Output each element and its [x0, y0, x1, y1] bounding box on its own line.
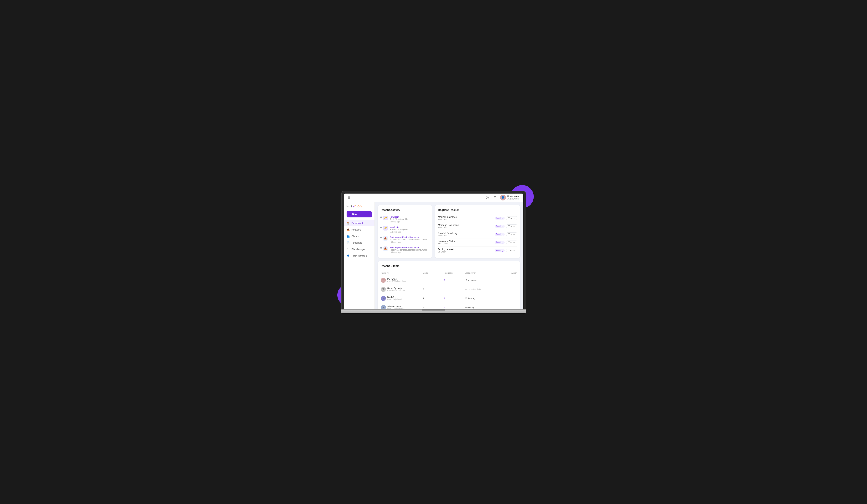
- sidebar-item-requests[interactable]: 📥 Requests: [344, 227, 374, 233]
- request-name-5: Testing request: [438, 248, 495, 251]
- activity-dot: [380, 237, 382, 238]
- client-requests-2[interactable]: 1: [443, 288, 464, 290]
- user-org: JG Law Office: [507, 198, 520, 200]
- view-button-5[interactable]: View →: [506, 249, 517, 252]
- activity-icon-send1: 📤: [383, 236, 388, 241]
- status-badge-1: Pending: [495, 217, 505, 219]
- activity-time-2: 15 hours ago: [390, 231, 429, 233]
- request-info-1: Medical Insurance Paulo Totti: [438, 216, 495, 221]
- laptop-base: [341, 310, 526, 313]
- client-visits-4: 25: [422, 306, 443, 309]
- user-name: Rpete Vans: [507, 195, 520, 197]
- client-requests-4[interactable]: 0: [443, 306, 464, 309]
- recent-activity-menu[interactable]: ⋮: [426, 208, 429, 212]
- client-last-activity-2: No recent activity: [464, 288, 496, 290]
- sidebar-item-file-manager[interactable]: 🗂 File Manager: [344, 246, 374, 253]
- file-manager-icon: 🗂: [346, 248, 350, 251]
- list-item: 📤 Sent request Medical Insurance Rpete V…: [381, 245, 429, 255]
- client-name-3: Brad Green: [387, 296, 406, 298]
- client-name-1: Paulo Totti: [387, 278, 407, 280]
- activity-desc-2: Rpete Vans logged in: [390, 228, 429, 230]
- top-bar: ☰ 👤: [344, 194, 523, 202]
- client-name-4: John Anderson: [387, 305, 407, 307]
- activity-icon-login1: 🔑: [383, 216, 388, 220]
- sidebar-item-label-clients: Clients: [352, 235, 359, 238]
- request-name-4: Insurance Claim: [438, 240, 495, 243]
- table-row: JA John Anderson tester.four@fileonion.i…: [381, 303, 517, 309]
- action-menu-4[interactable]: ⋮: [496, 306, 517, 309]
- request-actions-2: Pending View →: [495, 224, 517, 228]
- client-last-activity-4: 5 days ago: [464, 306, 496, 309]
- top-row: Recent Activity ⋮ 🔑 New login: [378, 205, 520, 258]
- sidebar-item-templates[interactable]: 📄 Templates: [344, 240, 374, 246]
- table-row: BG Brad Green tester.six@fileonion.io 4 …: [381, 294, 517, 303]
- settings-icon[interactable]: [485, 195, 490, 200]
- action-menu-3[interactable]: ⋮: [496, 297, 517, 300]
- recent-activity-header: Recent Activity ⋮: [381, 208, 429, 212]
- svg-point-0: [487, 197, 488, 198]
- request-tracker-menu[interactable]: ⋮: [514, 208, 517, 212]
- col-name-header: Name ↑↓: [381, 272, 423, 274]
- sidebar: Filenion ＋ New 🏠 Dashboard 📥 Reque: [344, 202, 375, 309]
- table-row: PT Paulo Totti p.totti1988@gmail.com 1 3…: [381, 276, 517, 285]
- client-email-1: p.totti1988@gmail.com: [387, 280, 407, 282]
- status-badge-5: Pending: [495, 249, 505, 252]
- list-item: Insurance Claim Brad Green Pending View …: [438, 238, 517, 247]
- user-info: 👤 Rpete Vans JG Law Office: [500, 195, 520, 201]
- client-requests-1[interactable]: 3: [443, 279, 464, 281]
- status-badge-2: Pending: [495, 225, 505, 228]
- recent-clients-menu[interactable]: ⋮: [514, 264, 517, 268]
- list-item: Proof of Residency Paulo Totti Pending V…: [438, 230, 517, 238]
- request-actions-1: Pending View →: [495, 216, 517, 220]
- col-last-activity-header: Last activity: [464, 272, 496, 274]
- list-item: 📤 Sent request Medical Insurance Rpete V…: [381, 235, 429, 245]
- content-area: Recent Activity ⋮ 🔑 New login: [375, 202, 523, 309]
- notifications-icon[interactable]: [492, 195, 498, 200]
- client-name-cell-2: SP Sonya Peterkin csonyaq@gmail.com: [381, 287, 423, 292]
- sidebar-item-team-members[interactable]: 👤 Team Members: [344, 253, 374, 259]
- client-email-4: tester.four@fileonion.io: [387, 307, 407, 309]
- new-button[interactable]: ＋ New: [346, 211, 372, 217]
- activity-title-4[interactable]: Sent request Medical Insurance: [390, 246, 429, 249]
- request-actions-5: Pending View →: [495, 249, 517, 252]
- client-info-2: Sonya Peterkin csonyaq@gmail.com: [387, 287, 405, 291]
- screen-content: ☰ 👤: [344, 194, 523, 309]
- request-tracker-title: Request Tracker: [438, 208, 459, 212]
- sidebar-item-label-file-manager: File Manager: [352, 248, 365, 251]
- recent-activity-card: Recent Activity ⋮ 🔑 New login: [378, 205, 432, 258]
- client-requests-3[interactable]: 5: [443, 297, 464, 299]
- activity-content-4: Sent request Medical Insurance Rpete Van…: [390, 246, 429, 254]
- app-container: ☰ 👤: [344, 194, 523, 309]
- activity-title-3[interactable]: Sent request Medical Insurance: [390, 236, 429, 238]
- logo: Filenion: [344, 204, 374, 211]
- sidebar-item-clients[interactable]: 👥 Clients: [344, 233, 374, 239]
- hamburger-icon[interactable]: ☰: [348, 196, 351, 200]
- dashboard-icon: 🏠: [346, 222, 350, 225]
- sidebar-item-dashboard[interactable]: 🏠 Dashboard: [344, 220, 374, 226]
- action-menu-2[interactable]: ⋮: [496, 288, 517, 291]
- sort-arrows[interactable]: ↑↓: [387, 272, 389, 274]
- activity-title-2[interactable]: New login: [390, 226, 429, 228]
- avatar-brad: BG: [381, 296, 386, 301]
- logo-dot: [353, 206, 354, 207]
- user-text: Rpete Vans JG Law Office: [507, 195, 520, 200]
- sidebar-item-label-team-members: Team Members: [352, 255, 367, 257]
- client-visits-2: 0: [422, 288, 443, 290]
- view-button-4[interactable]: View →: [506, 240, 517, 244]
- activity-desc-1: Rpete Vans logged in: [390, 218, 429, 220]
- view-button-3[interactable]: View →: [506, 233, 517, 236]
- client-name-cell-3: BG Brad Green tester.six@fileonion.io: [381, 296, 423, 301]
- action-menu-1[interactable]: ⋮: [496, 279, 517, 282]
- request-info-5: Testing request Eli Green: [438, 248, 495, 253]
- recent-activity-title: Recent Activity: [381, 208, 400, 212]
- recent-clients-header: Recent Clients ⋮: [381, 264, 517, 268]
- view-button-2[interactable]: View →: [506, 224, 517, 228]
- request-info-2: Marriage Documents Paulo Totti: [438, 224, 495, 228]
- request-actions-4: Pending View →: [495, 240, 517, 244]
- team-members-icon: 👤: [346, 254, 350, 257]
- activity-title-1[interactable]: New login: [390, 216, 429, 218]
- request-client-5: Eli Green: [438, 251, 495, 253]
- col-visits-header: Visits: [422, 272, 443, 274]
- logo-onion: nion: [354, 204, 362, 208]
- view-button-1[interactable]: View →: [506, 216, 517, 220]
